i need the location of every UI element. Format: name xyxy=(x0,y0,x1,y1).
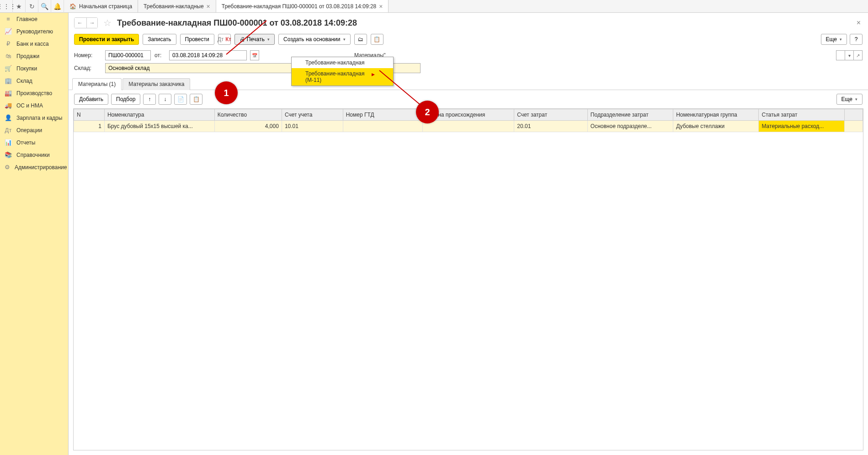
number-label: Номер: xyxy=(74,52,101,59)
menu-icon: ≡ xyxy=(5,16,12,22)
star-icon[interactable]: ★ xyxy=(13,0,26,13)
help-button[interactable]: ? xyxy=(850,34,863,45)
col-quantity[interactable]: Количество xyxy=(214,109,282,121)
chevron-down-icon: ▾ xyxy=(840,37,842,42)
cell-n[interactable]: 1 xyxy=(74,121,105,132)
table-toolbar: Добавить Подбор ↑ ↓ 📄 📋 Еще▾ xyxy=(69,90,868,108)
person-icon: 👤 xyxy=(5,114,12,121)
extra-input[interactable] xyxy=(836,50,845,60)
dtkt-icon: Дт xyxy=(5,127,12,134)
page-title: Требование-накладная ПШ00-000001 от 03.0… xyxy=(117,18,357,28)
back-button[interactable]: ← xyxy=(75,18,85,28)
list-button[interactable]: 📋 xyxy=(371,34,383,45)
apps-icon[interactable]: ⋮⋮⋮ xyxy=(0,0,13,13)
top-tab-list[interactable]: Требования-накладные × xyxy=(138,0,216,12)
sidebar-item-label: Склад xyxy=(16,78,32,84)
number-input[interactable] xyxy=(105,50,151,60)
col-empty xyxy=(844,109,863,121)
chevron-down-icon: ▾ xyxy=(343,37,346,42)
save-button[interactable]: Записать xyxy=(143,34,176,45)
create-based-label: Создать на основании xyxy=(283,36,341,43)
calendar-button[interactable]: 📅 xyxy=(250,50,259,60)
main-content: ← → ☆ Требование-накладная ПШ00-000001 о… xyxy=(69,13,868,455)
close-icon[interactable]: × xyxy=(207,3,210,10)
factory-icon: 🏭 xyxy=(5,90,12,96)
move-up-button[interactable]: ↑ xyxy=(143,94,156,105)
tab-materials[interactable]: Материалы (1) xyxy=(72,78,122,90)
warehouse-label: Склад: xyxy=(74,65,101,71)
date-input[interactable] xyxy=(169,50,247,60)
sidebar-item-purchases[interactable]: 🛒Покупки xyxy=(0,62,68,75)
paste-button[interactable]: 📋 xyxy=(190,94,202,105)
history-icon[interactable]: ↻ xyxy=(26,0,38,13)
top-tab-doc[interactable]: Требование-накладная ПШ00-000001 от 03.0… xyxy=(216,0,389,12)
page-header: ← → ☆ Требование-накладная ПШ00-000001 о… xyxy=(69,13,868,32)
cell-nomenclature[interactable]: Брус дубовый 15х15 высшей ка... xyxy=(104,121,214,132)
cell-account[interactable]: 10.01 xyxy=(282,121,343,132)
post-and-close-button[interactable]: Провести и закрыть xyxy=(74,34,139,45)
create-based-button[interactable]: Создать на основании ▾ xyxy=(278,34,351,45)
nav-buttons: ← → xyxy=(74,17,98,28)
table-more-button[interactable]: Еще▾ xyxy=(836,94,863,105)
move-down-button[interactable]: ↓ xyxy=(159,94,171,105)
sidebar-item-label: Справочники xyxy=(16,152,50,158)
cell-article[interactable]: Материальные расход... xyxy=(759,121,844,132)
sidebar-item-reports[interactable]: 📊Отчеты xyxy=(0,136,68,149)
dropdown-button[interactable]: ▾ xyxy=(845,50,854,60)
cell-cost-account[interactable]: 20.01 xyxy=(514,121,588,132)
sidebar-item-warehouse[interactable]: 🏢Склад xyxy=(0,75,68,87)
truck-icon: 🚚 xyxy=(5,102,12,109)
add-button[interactable]: Добавить xyxy=(74,94,108,105)
sidebar-item-sales[interactable]: 🛍Продажи xyxy=(0,50,68,62)
sidebar-item-main[interactable]: ≡Главное xyxy=(0,13,68,25)
sidebar-item-label: Зарплата и кадры xyxy=(16,115,62,121)
sidebar-item-assets[interactable]: 🚚ОС и НМА xyxy=(0,99,68,112)
print-button[interactable]: 🖨 Печать ▾ xyxy=(234,34,275,45)
sidebar-item-admin[interactable]: ⚙Администрирование xyxy=(0,161,68,173)
open-button[interactable]: ↗ xyxy=(853,50,863,60)
search-icon[interactable]: 🔍 xyxy=(38,0,51,13)
print-menu-item-m11[interactable]: Требование-накладная (М-11) xyxy=(292,68,393,86)
close-icon[interactable]: × xyxy=(379,3,383,10)
sidebar-item-operations[interactable]: ДтОперации xyxy=(0,124,68,136)
copy-button[interactable]: 📄 xyxy=(174,94,187,105)
cell-quantity[interactable]: 4,000 xyxy=(214,121,282,132)
pointer-icon: ▸ xyxy=(372,70,375,78)
sidebar-item-manager[interactable]: 📈Руководителю xyxy=(0,25,68,37)
top-tab-home[interactable]: 🏠 Начальная страница xyxy=(64,0,138,12)
sidebar-item-label: Главное xyxy=(16,16,37,22)
col-n[interactable]: N xyxy=(74,109,105,121)
structure-button[interactable]: 🗂 xyxy=(354,34,367,45)
sidebar: ≡Главное 📈Руководителю ₽Банк и касса 🛍Пр… xyxy=(0,13,69,455)
close-document-button[interactable]: × xyxy=(855,19,863,27)
pick-button[interactable]: Подбор xyxy=(111,94,140,105)
col-nomenclature[interactable]: Номенклатура xyxy=(104,109,214,121)
col-nomenclature-group[interactable]: Номенклатурная группа xyxy=(673,109,759,121)
sidebar-item-bank[interactable]: ₽Банк и касса xyxy=(0,37,68,50)
cell-nom-group[interactable]: Дубовые стеллажи xyxy=(673,121,759,132)
favorite-icon[interactable]: ☆ xyxy=(103,17,112,28)
col-cost-account[interactable]: Счет затрат xyxy=(514,109,588,121)
bag-icon: 🛍 xyxy=(5,53,12,59)
cell-department[interactable]: Основное подразделе... xyxy=(587,121,673,132)
col-gtd[interactable]: Номер ГТД xyxy=(343,109,422,121)
post-button[interactable]: Провести xyxy=(180,34,214,45)
sidebar-item-refs[interactable]: 📚Справочники xyxy=(0,149,68,161)
forward-button[interactable]: → xyxy=(86,18,97,28)
gear-icon: ⚙ xyxy=(5,164,10,171)
col-department[interactable]: Подразделение затрат xyxy=(587,109,673,121)
cell-gtd[interactable] xyxy=(343,121,422,132)
table-wrap: N Номенклатура Количество Счет учета Ном… xyxy=(73,108,863,450)
print-menu-item-invoice[interactable]: Требование-накладная xyxy=(292,57,393,68)
col-account[interactable]: Счет учета xyxy=(282,109,343,121)
tab-customer-materials[interactable]: Материалы заказчика xyxy=(122,78,190,90)
report-icon: 📊 xyxy=(5,139,12,146)
cell-country[interactable] xyxy=(422,121,514,132)
more-button[interactable]: Еще▾ xyxy=(821,34,847,45)
sidebar-item-hr[interactable]: 👤Зарплата и кадры xyxy=(0,112,68,124)
col-cost-article[interactable]: Статья затрат xyxy=(759,109,844,121)
bell-icon[interactable]: 🔔 xyxy=(51,0,64,13)
table-row[interactable]: 1 Брус дубовый 15х15 высшей ка... 4,000 … xyxy=(74,121,863,132)
dtkt-button[interactable]: ДтКт xyxy=(218,34,231,45)
sidebar-item-production[interactable]: 🏭Производство xyxy=(0,87,68,99)
